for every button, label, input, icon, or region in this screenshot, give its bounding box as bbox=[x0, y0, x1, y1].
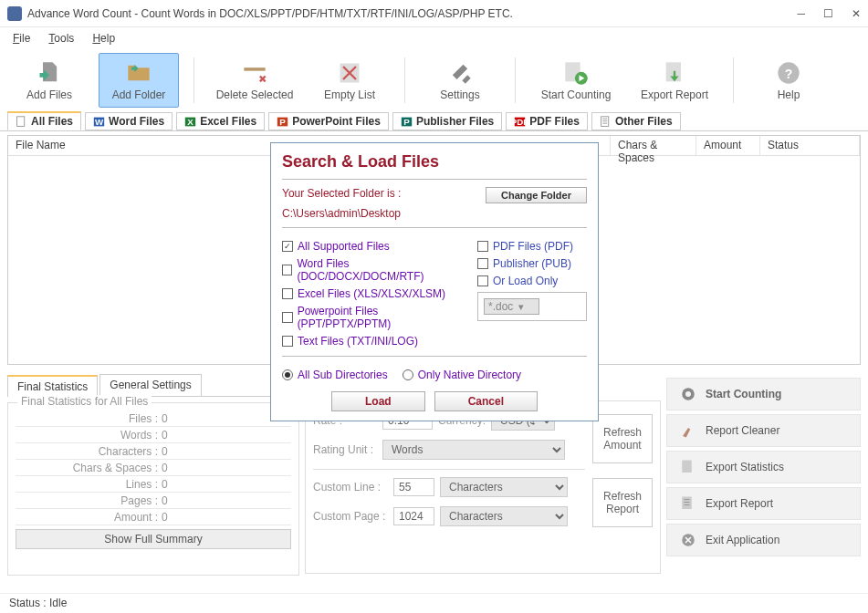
exit-application-action[interactable]: Exit Application bbox=[666, 524, 861, 556]
menu-help[interactable]: Help bbox=[92, 32, 115, 45]
refresh-amount-button[interactable]: Refresh Amount bbox=[592, 414, 653, 463]
custom-line-unit-select[interactable]: Characters bbox=[440, 477, 568, 497]
broom-icon bbox=[680, 422, 696, 439]
svg-text:P: P bbox=[279, 116, 286, 126]
window-title: Advance Word Count - Count Words in DOC/… bbox=[27, 7, 797, 20]
start-counting-action[interactable]: Start Counting bbox=[666, 378, 861, 410]
show-full-summary-button[interactable]: Show Full Summary bbox=[16, 529, 291, 549]
chk-all-supported[interactable]: ✓All Supported Files bbox=[282, 240, 468, 253]
export-statistics-action[interactable]: Export Statistics bbox=[666, 451, 861, 483]
cancel-button[interactable]: Cancel bbox=[434, 391, 538, 411]
app-icon bbox=[7, 6, 22, 21]
svg-text:?: ? bbox=[785, 66, 793, 80]
delete-icon bbox=[241, 60, 268, 86]
menu-tools[interactable]: Tools bbox=[48, 32, 74, 45]
export-stats-icon bbox=[680, 459, 696, 475]
tab-pdf-files[interactable]: PDFPDF Files bbox=[506, 112, 588, 130]
tab-word-files[interactable]: WWord Files bbox=[85, 112, 173, 130]
dialog-title: Search & Load Files bbox=[282, 152, 587, 171]
chk-pub[interactable]: Publisher (PUB) bbox=[477, 257, 587, 270]
svg-text:X: X bbox=[187, 116, 193, 126]
chk-pdf[interactable]: PDF Files (PDF) bbox=[477, 240, 587, 253]
selected-folder-label: Your Selected Folder is : bbox=[282, 187, 401, 200]
export-report-icon bbox=[661, 60, 688, 86]
all-files-icon bbox=[16, 116, 27, 128]
svg-text:PDF: PDF bbox=[514, 116, 526, 126]
settings-icon bbox=[446, 60, 474, 86]
settings-button[interactable]: Settings bbox=[420, 53, 500, 108]
excel-icon: X bbox=[184, 116, 196, 128]
svg-rect-6 bbox=[17, 116, 25, 126]
word-icon: W bbox=[93, 116, 105, 128]
pdf-icon: PDF bbox=[514, 116, 526, 128]
refresh-report-button[interactable]: Refresh Report bbox=[592, 478, 653, 527]
add-files-button[interactable]: Add Files bbox=[9, 53, 89, 108]
selected-folder-path: C:\Users\admin\Desktop bbox=[282, 207, 587, 220]
help-icon: ? bbox=[775, 60, 802, 86]
col-status[interactable]: Status bbox=[760, 136, 860, 155]
empty-list-button[interactable]: Empty List bbox=[309, 53, 390, 108]
rating-unit-select[interactable]: Words bbox=[382, 440, 565, 460]
svg-rect-20 bbox=[682, 461, 692, 473]
custom-page-input[interactable] bbox=[393, 507, 434, 525]
col-chars-spaces[interactable]: Chars & Spaces bbox=[611, 136, 696, 155]
chk-ppt[interactable]: Powerpoint Files (PPT/PPTX/PPTM) bbox=[282, 305, 468, 330]
minimize-button[interactable]: ─ bbox=[797, 7, 805, 20]
add-folder-icon bbox=[125, 60, 152, 86]
ext-select[interactable]: *.doc ▾ bbox=[484, 298, 539, 315]
status-bar: Status : Idle bbox=[0, 593, 868, 613]
empty-list-icon bbox=[336, 60, 363, 86]
tab-powerpoint-files[interactable]: PPowerPoint Files bbox=[268, 112, 389, 130]
report-cleaner-action[interactable]: Report Cleaner bbox=[666, 414, 861, 447]
export-report-action[interactable]: Export Report bbox=[666, 487, 861, 520]
chk-excel[interactable]: Excel Files (XLS/XLSX/XLSM) bbox=[282, 287, 468, 300]
load-button[interactable]: Load bbox=[331, 391, 425, 411]
add-folder-button[interactable]: Add Folder bbox=[99, 53, 179, 108]
other-icon bbox=[600, 116, 612, 128]
gear-icon bbox=[680, 386, 696, 402]
delete-selected-button[interactable]: Delete Selected bbox=[209, 53, 300, 108]
ppt-icon: P bbox=[277, 116, 288, 128]
report-setting-group: Report Setting Rate : Currency: USD ($) … bbox=[305, 400, 661, 574]
radio-all-sub[interactable]: All Sub Directories bbox=[282, 369, 388, 381]
svg-rect-21 bbox=[682, 497, 692, 510]
tab-final-statistics[interactable]: Final Statistics bbox=[7, 375, 98, 397]
change-folder-button[interactable]: Change Folder bbox=[486, 187, 587, 203]
start-counting-icon bbox=[562, 60, 590, 86]
svg-text:P: P bbox=[403, 116, 410, 126]
pub-icon: P bbox=[401, 116, 413, 128]
menu-file[interactable]: File bbox=[13, 32, 30, 45]
tab-publisher-files[interactable]: PPublisher Files bbox=[392, 112, 502, 130]
tab-general-settings[interactable]: General Settings bbox=[99, 374, 201, 396]
maximize-button[interactable]: ☐ bbox=[823, 7, 833, 20]
tab-excel-files[interactable]: XExcel Files bbox=[176, 112, 265, 130]
export-report-icon2 bbox=[680, 495, 696, 512]
close-button[interactable]: ✕ bbox=[852, 7, 861, 20]
svg-point-19 bbox=[685, 391, 691, 397]
exit-icon bbox=[680, 532, 696, 548]
help-button[interactable]: ? Help bbox=[748, 53, 829, 108]
chk-txt[interactable]: Text Files (TXT/INI/LOG) bbox=[282, 335, 468, 348]
start-counting-button[interactable]: Start Counting bbox=[530, 53, 622, 108]
radio-native-only[interactable]: Only Native Directory bbox=[403, 369, 521, 381]
tab-all-files[interactable]: All Files bbox=[7, 111, 81, 130]
custom-page-unit-select[interactable]: Characters bbox=[440, 506, 568, 526]
add-files-icon bbox=[36, 60, 63, 86]
col-amount[interactable]: Amount bbox=[696, 136, 760, 155]
search-load-dialog: Search & Load Files Your Selected Folder… bbox=[270, 142, 599, 421]
chk-word[interactable]: Word Files (DOC/DOCX/DOCM/RTF) bbox=[282, 257, 468, 283]
custom-line-input[interactable] bbox=[393, 478, 434, 496]
export-report-button[interactable]: Export Report bbox=[631, 53, 718, 108]
svg-text:W: W bbox=[95, 116, 104, 126]
final-statistics-group: Final Statistics for All Files Files :0 … bbox=[7, 402, 299, 576]
chk-load-only[interactable]: Or Load Only bbox=[477, 275, 587, 287]
ext-filter-box: *.doc ▾ bbox=[477, 292, 587, 321]
tab-other-files[interactable]: Other Files bbox=[591, 112, 681, 130]
